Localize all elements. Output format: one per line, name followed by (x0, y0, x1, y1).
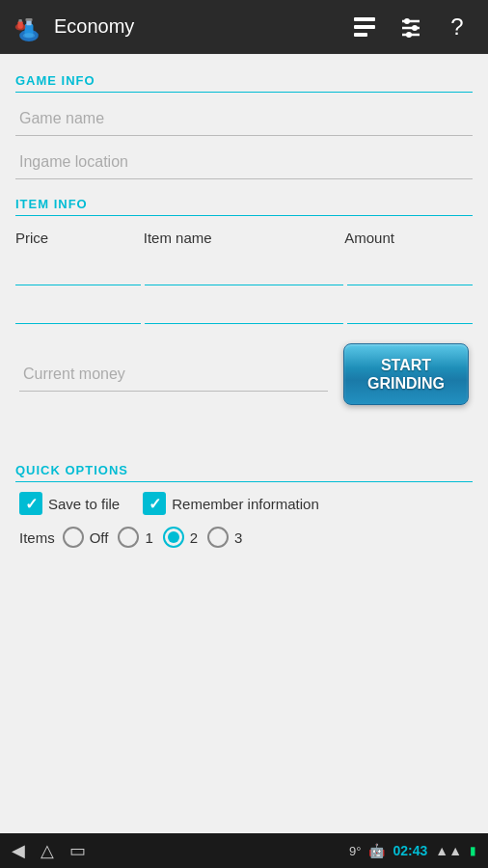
remember-info-label: Remember information (172, 496, 319, 512)
status-right: 9° 🤖 02:43 ▲▲ ▮ (349, 843, 476, 858)
help-icon[interactable]: ? (438, 8, 476, 46)
item-table-header: Price Item name Amount (15, 226, 473, 251)
main-content: GAME INFO ITEM INFO Price Item name Amou… (0, 54, 488, 833)
save-to-file-label: Save to file (48, 496, 120, 512)
radio-off[interactable] (63, 527, 84, 548)
col-header-name: Item name (144, 230, 345, 247)
col-header-amount: Amount (344, 230, 473, 247)
svg-rect-10 (354, 33, 367, 37)
radio-1-label: 1 (145, 529, 152, 546)
remember-info-option: ✓ Remember information (143, 492, 319, 515)
save-to-file-checkbox[interactable]: ✓ (19, 492, 42, 515)
app-title: Economy (54, 15, 345, 38)
item-row-1 (15, 257, 473, 285)
radio-1[interactable] (118, 527, 139, 548)
radio-3-label: 3 (234, 529, 242, 546)
svg-rect-8 (354, 17, 375, 21)
stacks-icon[interactable] (345, 8, 384, 46)
svg-rect-7 (18, 19, 22, 22)
svg-point-14 (412, 25, 418, 31)
remember-info-checkbox[interactable]: ✓ (143, 492, 166, 515)
radio-3[interactable] (207, 527, 229, 548)
item-name-2[interactable] (145, 295, 342, 324)
game-name-input[interactable] (15, 102, 473, 136)
check-mark-2: ✓ (149, 495, 161, 513)
item-info-divider (15, 215, 473, 216)
game-info-header: GAME INFO (15, 73, 473, 88)
svg-point-4 (23, 33, 35, 38)
svg-point-16 (406, 32, 412, 38)
current-money-input[interactable] (19, 358, 328, 392)
game-info-section: GAME INFO (15, 73, 473, 189)
svg-rect-9 (354, 25, 375, 29)
svg-point-12 (404, 18, 410, 24)
item-price-2[interactable] (15, 295, 141, 324)
temperature: 9° (349, 844, 361, 858)
time-display: 02:43 (393, 843, 427, 858)
radio-2-label: 2 (190, 529, 198, 546)
svg-rect-6 (17, 20, 22, 28)
item-amount-2[interactable] (347, 295, 473, 324)
app-bar-actions: ? (345, 8, 476, 46)
start-grinding-button[interactable]: START GRINDING (343, 343, 469, 405)
status-bar: ◀ △ ▭ 9° 🤖 02:43 ▲▲ ▮ (0, 833, 488, 868)
radio-2[interactable] (163, 527, 184, 548)
recent-nav-icon[interactable]: ▭ (69, 840, 86, 861)
nav-buttons: ◀ △ ▭ (12, 840, 86, 861)
wifi-icon: ▲▲ (435, 843, 462, 858)
quick-options-header: QUICK OPTIONS (15, 463, 473, 477)
quick-options-divider (15, 481, 473, 482)
quick-options-section: QUICK OPTIONS ✓ Save to file ✓ Remember … (15, 463, 473, 548)
svg-rect-3 (25, 18, 32, 21)
item-row-2 (15, 295, 473, 324)
game-info-divider (15, 92, 473, 93)
back-nav-icon[interactable]: ◀ (12, 840, 25, 861)
battery-icon: ▮ (470, 844, 476, 857)
item-price-1[interactable] (15, 257, 141, 285)
save-to-file-option: ✓ Save to file (19, 492, 120, 515)
item-name-1[interactable] (145, 257, 342, 285)
app-logo (12, 10, 46, 44)
checkbox-row: ✓ Save to file ✓ Remember information (15, 492, 473, 515)
radio-off-label: Off (90, 529, 109, 546)
item-info-section: ITEM INFO Price Item name Amount (15, 197, 473, 324)
app-bar: Economy ? (0, 0, 488, 54)
col-header-price: Price (15, 230, 144, 247)
radio-row: Items Off 1 2 3 (15, 527, 473, 548)
money-row: START GRINDING (15, 343, 473, 405)
sliders-icon[interactable] (392, 8, 430, 46)
check-mark-1: ✓ (25, 495, 38, 513)
item-info-header: ITEM INFO (15, 197, 473, 211)
item-amount-1[interactable] (347, 257, 473, 285)
items-label: Items (19, 529, 55, 546)
ingame-location-input[interactable] (15, 146, 473, 179)
android-icon: 🤖 (368, 843, 385, 858)
home-nav-icon[interactable]: △ (41, 840, 54, 861)
